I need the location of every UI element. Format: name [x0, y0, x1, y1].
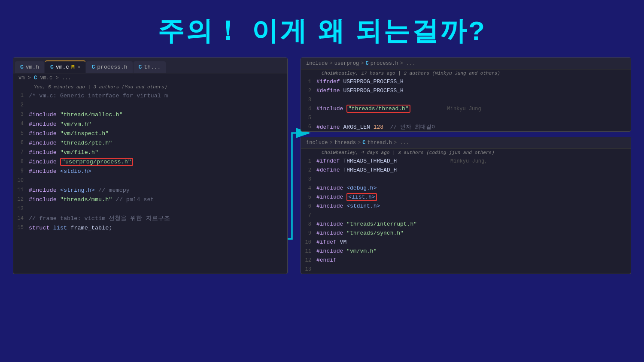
content-area: C vm.h C vm.c M × C process.h C th... vm…: [0, 57, 644, 274]
sep2: >: [361, 60, 364, 66]
left-breadcrumb: vm > C vm.c > ...: [13, 73, 287, 83]
br-line-9: 9 #include "threads/synch.h": [301, 229, 631, 238]
br-line-1: 1 #ifndef THREADS_THREAD_H Minkyu Jung,: [301, 157, 631, 166]
thread-h-git-blame: ChoiWheatley, 4 days ago | 3 authors (co…: [301, 149, 631, 157]
process-h-panel: include > userprog > C process.h > ... C…: [301, 57, 631, 132]
code-line-9: 9 #include <stdio.h>: [13, 166, 287, 176]
br-line-12: 12 #endif: [301, 256, 631, 265]
thread-h-panel: include > threads > C thread.h > ... Cho…: [301, 137, 631, 274]
br-line-5: 5 #include <list.h>: [301, 193, 631, 202]
tab-label: process.h: [97, 64, 127, 70]
br-line-13: 13: [301, 265, 631, 274]
left-code-area: 1 /* vm.c: Generic interface for virtual…: [13, 91, 287, 232]
code-line-13: 13: [13, 204, 287, 214]
process-h-code: 1 #ifndef USERPROG_PROCESS_H 2 #define U…: [301, 77, 631, 131]
c-icon: C: [91, 64, 95, 70]
code-line-8: 8 #include "userprog/process.h": [13, 157, 287, 166]
code-line-2: 2: [13, 100, 287, 110]
code-line-4: 4 #include "vm/vm.h": [13, 119, 287, 129]
code-line-7: 7 #include "vm/file.h": [13, 148, 287, 157]
left-panel: C vm.h C vm.c M × C process.h C th... vm…: [13, 57, 288, 274]
process-h-breadcrumb: include > userprog > C process.h > ...: [301, 58, 631, 69]
c-icon: C: [362, 140, 365, 146]
left-git-blame: You, 5 minutes ago | 3 authors (You and …: [13, 83, 287, 91]
br-line-11: 11 #include "vm/vm.h": [301, 247, 631, 256]
c-icon: C: [20, 64, 24, 70]
right-panels: include > userprog > C process.h > ... C…: [301, 57, 631, 274]
m-icon: M: [71, 64, 75, 70]
code-line-10: 10: [13, 176, 287, 185]
tab-label: th...: [144, 64, 161, 70]
code-line-11: 11 #include <string.h> // memcpy: [13, 185, 287, 195]
br-line-2: 2 #define THREADS_THREAD_H: [301, 166, 631, 175]
tab-bar: C vm.h C vm.c M × C process.h C th...: [13, 58, 287, 73]
thread-h-code: 1 #ifndef THREADS_THREAD_H Minkyu Jung, …: [301, 157, 631, 274]
process-h-git-blame: ChoiWheatley, 17 hours ago | 2 authors (…: [301, 69, 631, 77]
tr-line-4: 4 #include "threads/thread.h" Minkyu Jun…: [301, 104, 631, 113]
c-icon: C: [50, 64, 54, 70]
tr-line-1: 1 #ifndef USERPROG_PROCESS_H: [301, 77, 631, 86]
br-line-4: 4 #include <debug.h>: [301, 184, 631, 193]
tab-vm-c[interactable]: C vm.c M ×: [45, 60, 85, 73]
tr-line-5: 5: [301, 113, 631, 122]
sep4: >: [329, 140, 332, 146]
tr-line-6: 6 #define ARGS_LEN 128 // 인자 최대길이: [301, 122, 631, 131]
code-line-14: 14 // frame table: victim 선청을 위한 자료구조: [13, 214, 287, 223]
code-line-6: 6 #include "threads/pte.h": [13, 138, 287, 148]
tab-process-h[interactable]: C process.h: [86, 61, 132, 73]
tab-vm-h[interactable]: C vm.h: [15, 61, 44, 73]
sep6: > ...: [394, 140, 409, 146]
sep3: > ...: [400, 60, 415, 66]
sep5: >: [358, 140, 361, 146]
tr-line-3: 3: [301, 95, 631, 104]
code-line-12: 12 #include "threads/mmu.h" // pml4 set: [13, 195, 287, 204]
code-line-5: 5 #include "vm/inspect.h": [13, 129, 287, 138]
code-line-15: 15 struct list frame_table;: [13, 223, 287, 232]
br-line-10: 10 #ifdef VM: [301, 238, 631, 247]
code-line-1: 1 /* vm.c: Generic interface for virtual…: [13, 91, 287, 100]
tr-line-2: 2 #define USERPROG_PROCESS_H: [301, 86, 631, 95]
close-icon[interactable]: ×: [78, 65, 81, 70]
tab-label: vm.h: [26, 64, 39, 70]
c-icon: C: [365, 60, 368, 66]
c-icon: C: [139, 64, 142, 70]
br-line-7: 7: [301, 211, 631, 220]
br-line-3: 3: [301, 175, 631, 184]
thread-h-breadcrumb: include > threads > C thread.h > ...: [301, 137, 631, 149]
tab-label: vm.c: [56, 64, 69, 70]
br-line-8: 8 #include "threads/interrupt.h": [301, 220, 631, 229]
page-title: 주의！ 이게 왜 되는걸까?: [0, 0, 644, 57]
br-line-6: 6 #include <stdint.h>: [301, 202, 631, 211]
sep1: >: [329, 60, 332, 66]
code-line-3: 3 #include "threads/malloc.h": [13, 110, 287, 119]
tab-th[interactable]: C th...: [134, 61, 166, 73]
